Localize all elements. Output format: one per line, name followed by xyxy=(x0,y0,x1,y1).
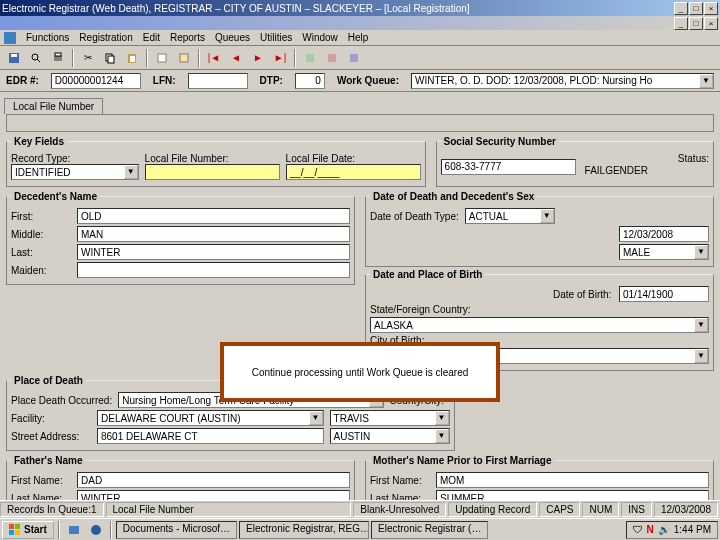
taskbar-item[interactable]: Electronic Registrar, REG… xyxy=(239,521,369,539)
menu-edit[interactable]: Edit xyxy=(143,32,160,43)
dod-type-select[interactable]: ACTUAL▼ xyxy=(465,208,555,224)
chevron-down-icon[interactable]: ▼ xyxy=(124,165,138,179)
menu-utilities[interactable]: Utilities xyxy=(260,32,292,43)
mother-first-label: First Name: xyxy=(370,475,430,486)
local-file-date-input[interactable] xyxy=(286,164,421,180)
dob-input[interactable] xyxy=(619,286,709,302)
dod-date-input[interactable] xyxy=(619,226,709,242)
decedent-maiden-input[interactable] xyxy=(77,262,350,278)
toolbar-icon-4[interactable] xyxy=(322,48,342,68)
minimize-button[interactable]: _ xyxy=(674,2,688,15)
decedent-last-input[interactable] xyxy=(77,244,350,260)
chevron-down-icon[interactable]: ▼ xyxy=(694,318,708,332)
mother-first-input[interactable] xyxy=(436,472,709,488)
menu-reports[interactable]: Reports xyxy=(170,32,205,43)
dtp-field[interactable]: 0 xyxy=(295,73,325,89)
birth-state-label: State/Foreign Country: xyxy=(370,304,480,315)
first-label: First: xyxy=(11,211,71,222)
toolbar-save-icon[interactable] xyxy=(4,48,24,68)
decedent-name-group: Decedent's Name First: Middle: Last: Mai… xyxy=(6,191,355,285)
toolbar-icon-2[interactable] xyxy=(174,48,194,68)
birth-state-select[interactable]: ALASKA▼ xyxy=(370,317,709,333)
menu-registration[interactable]: Registration xyxy=(79,32,132,43)
menu-window[interactable]: Window xyxy=(302,32,338,43)
mdi-close-button[interactable]: × xyxy=(704,17,718,30)
pod-facility-select[interactable]: DELAWARE COURT (AUSTIN)▼ xyxy=(97,410,324,426)
chevron-down-icon[interactable]: ▼ xyxy=(435,429,449,443)
svg-rect-15 xyxy=(9,524,14,529)
ssn-input[interactable] xyxy=(441,159,576,175)
dod-type-label: Date of Death Type: xyxy=(370,211,459,222)
local-file-num-input[interactable] xyxy=(145,164,280,180)
title-bar: Electronic Registrar (Web Death), REGIST… xyxy=(0,0,720,16)
birth-legend: Date and Place of Birth xyxy=(370,269,485,280)
svg-rect-1 xyxy=(11,54,17,57)
chevron-down-icon[interactable]: ▼ xyxy=(699,74,713,88)
chevron-down-icon[interactable]: ▼ xyxy=(694,245,708,259)
system-tray[interactable]: 🛡 N 🔊 1:44 PM xyxy=(626,521,718,539)
toolbar-paste-icon[interactable] xyxy=(122,48,142,68)
content-area: Local File Number Key Fields Record Type… xyxy=(0,92,720,522)
svg-rect-10 xyxy=(158,54,166,62)
menu-help[interactable]: Help xyxy=(348,32,369,43)
taskbar-item[interactable]: Electronic Registrar (… xyxy=(371,521,488,539)
toolbar-search-icon[interactable] xyxy=(26,48,46,68)
svg-rect-18 xyxy=(15,530,20,535)
tab-local-file-number[interactable]: Local File Number xyxy=(4,98,103,114)
ssn-status-label: Status: xyxy=(582,153,709,164)
svg-rect-11 xyxy=(180,54,188,62)
taskbar-item[interactable]: Documents - Microsof… xyxy=(116,521,237,539)
toolbar-print-icon[interactable] xyxy=(48,48,68,68)
maximize-button[interactable]: □ xyxy=(689,2,703,15)
status-caps: CAPS xyxy=(539,502,580,517)
lfn-tab-panel xyxy=(6,114,714,132)
record-type-select[interactable]: IDENTIFIED▼ xyxy=(11,164,139,180)
toolbar-icon-5[interactable] xyxy=(344,48,364,68)
tray-clock[interactable]: 1:44 PM xyxy=(674,524,711,535)
ssn-status-value: FAILGENDER xyxy=(582,164,709,180)
toolbar-icon-1[interactable] xyxy=(152,48,172,68)
pod-city-select[interactable]: AUSTIN▼ xyxy=(330,428,450,444)
menu-functions[interactable]: Functions xyxy=(26,32,69,43)
lfn-field[interactable] xyxy=(188,73,248,89)
mdi-maximize-button[interactable]: □ xyxy=(689,17,703,30)
edr-label: EDR #: xyxy=(6,75,39,86)
lfn-label: LFN: xyxy=(153,75,176,86)
father-legend: Father's Name xyxy=(11,455,86,466)
ssn-legend: Social Security Number xyxy=(441,136,559,147)
status-updating: Updating Record xyxy=(448,502,537,517)
work-queue-select[interactable]: WINTER, O. D. DOD: 12/03/2008, PLOD: Nur… xyxy=(411,73,714,89)
toolbar-last-icon[interactable]: ►| xyxy=(270,48,290,68)
toolbar-copy-icon[interactable] xyxy=(100,48,120,68)
info-bar: EDR #: D00000001244 LFN: DTP: 0 Work Que… xyxy=(0,70,720,92)
father-first-input[interactable] xyxy=(77,472,350,488)
chevron-down-icon[interactable]: ▼ xyxy=(435,411,449,425)
start-button[interactable]: Start xyxy=(2,521,54,539)
edr-field[interactable]: D00000001244 xyxy=(51,73,141,89)
toolbar-icon-3[interactable] xyxy=(300,48,320,68)
toolbar-cut-icon[interactable]: ✂ xyxy=(78,48,98,68)
menu-queues[interactable]: Queues xyxy=(215,32,250,43)
quick-launch-icon[interactable] xyxy=(86,520,106,540)
chevron-down-icon[interactable]: ▼ xyxy=(540,209,554,223)
quick-launch-icon[interactable] xyxy=(64,520,84,540)
chevron-down-icon[interactable]: ▼ xyxy=(694,349,708,363)
pod-street-label: Street Address: xyxy=(11,431,91,442)
svg-rect-4 xyxy=(54,56,62,61)
tray-icon[interactable]: 🔊 xyxy=(658,524,670,535)
decedent-middle-input[interactable] xyxy=(77,226,350,242)
tray-icon[interactable]: 🛡 xyxy=(633,524,643,535)
toolbar-next-icon[interactable]: ► xyxy=(248,48,268,68)
key-fields-legend: Key Fields xyxy=(11,136,67,147)
chevron-down-icon[interactable]: ▼ xyxy=(309,411,323,425)
toolbar-prev-icon[interactable]: ◄ xyxy=(226,48,246,68)
wq-label: Work Queue: xyxy=(337,75,399,86)
tray-icon[interactable]: N xyxy=(647,524,654,535)
decedent-first-input[interactable] xyxy=(77,208,350,224)
close-button[interactable]: × xyxy=(704,2,718,15)
pod-street-input[interactable] xyxy=(97,428,324,444)
sex-select[interactable]: MALE▼ xyxy=(619,244,709,260)
toolbar-first-icon[interactable]: |◄ xyxy=(204,48,224,68)
pod-county-select[interactable]: TRAVIS▼ xyxy=(330,410,450,426)
mdi-minimize-button[interactable]: _ xyxy=(674,17,688,30)
